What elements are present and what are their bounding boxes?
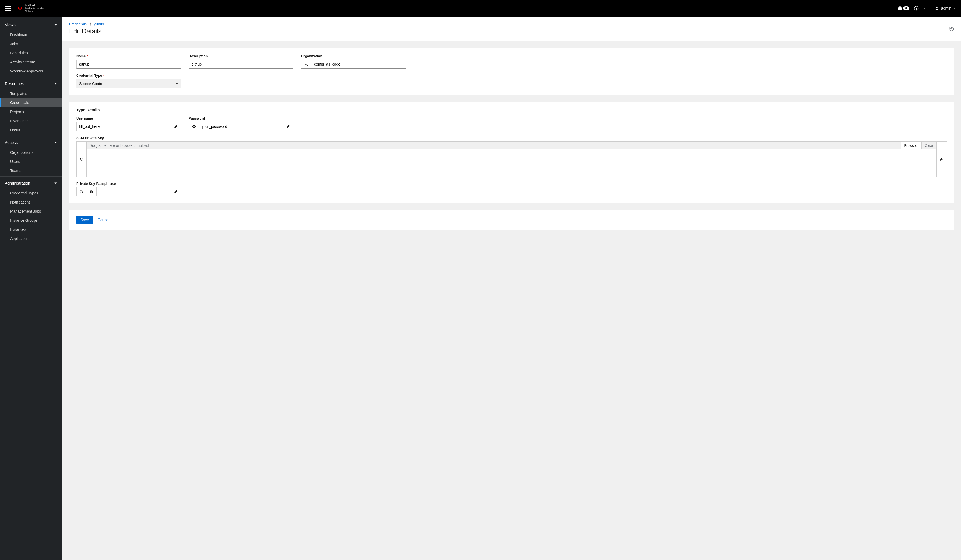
chevron-down-icon — [54, 181, 57, 185]
nav-users[interactable]: Users — [0, 157, 62, 166]
organization-lookup-button[interactable] — [301, 59, 311, 69]
nav-organizations[interactable]: Organizations — [0, 148, 62, 157]
eye-icon — [192, 124, 196, 128]
scm-key-lookup-button[interactable] — [937, 141, 947, 177]
nav-credential-types[interactable]: Credential Types — [0, 189, 62, 197]
nav-hosts[interactable]: Hosts — [0, 125, 62, 135]
nav-inventories[interactable]: Inventories — [0, 116, 62, 125]
form-card: Name* Description Organization — [69, 48, 954, 230]
passphrase-label: Private Key Passphrase — [76, 181, 181, 186]
history-button[interactable] — [949, 27, 954, 32]
save-button[interactable]: Save — [76, 215, 93, 224]
nav-jobs[interactable]: Jobs — [0, 39, 62, 48]
breadcrumb-root[interactable]: Credentials — [69, 22, 87, 26]
hamburger-menu-button[interactable] — [5, 5, 11, 11]
chevron-down-icon — [54, 141, 57, 144]
passphrase-hide-button[interactable] — [87, 187, 96, 196]
scm-key-textarea[interactable] — [87, 149, 937, 177]
product-line1: Ansible Automation — [25, 7, 45, 10]
chevron-right-icon: ❯ — [89, 22, 92, 26]
user-icon — [935, 6, 939, 10]
chevron-down-icon — [924, 7, 926, 10]
chevron-down-icon — [953, 7, 956, 10]
brand-name: Red Hat — [25, 4, 45, 7]
passphrase-key-button[interactable] — [171, 187, 181, 196]
user-menu[interactable]: admin — [935, 6, 956, 10]
svg-point-7 — [193, 126, 194, 127]
svg-line-6 — [307, 65, 308, 66]
redhat-icon — [17, 6, 23, 10]
nav-section-administration[interactable]: Administration — [0, 178, 62, 189]
credential-type-label: Credential Type* — [76, 74, 181, 77]
description-label: Description — [189, 54, 294, 58]
sidebar: Views Dashboard Jobs Schedules Activity … — [0, 16, 62, 560]
nav-teams[interactable]: Teams — [0, 166, 62, 175]
nav-section-resources[interactable]: Resources — [0, 78, 62, 89]
credential-type-select[interactable]: ▼ — [76, 79, 181, 88]
scm-key-dropzone[interactable]: Drag a file here or browse to upload — [87, 141, 902, 149]
passphrase-input[interactable] — [96, 187, 171, 196]
brand-logo[interactable]: Red Hat Ansible Automation Platform — [17, 4, 45, 13]
description-input[interactable] — [189, 59, 294, 69]
bell-icon — [898, 6, 902, 10]
history-icon — [949, 27, 954, 32]
help-dropdown[interactable] — [924, 7, 926, 10]
username-input[interactable] — [76, 122, 171, 131]
help-button[interactable] — [914, 6, 919, 11]
password-key-button[interactable] — [283, 122, 294, 131]
scm-key-label: SCM Private Key — [76, 136, 947, 140]
passphrase-revert-button[interactable] — [76, 187, 87, 196]
breadcrumb-leaf[interactable]: github — [95, 22, 104, 26]
nav-templates[interactable]: Templates — [0, 89, 62, 98]
breadcrumb: Credentials ❯ github — [69, 22, 954, 26]
notification-badge: 0 — [903, 6, 909, 10]
scm-key-revert-button[interactable] — [76, 141, 87, 177]
notifications-button[interactable]: 0 — [898, 6, 909, 10]
type-details-title: Type Details — [76, 108, 947, 112]
svg-point-5 — [305, 63, 307, 65]
key-icon — [174, 190, 178, 194]
page-header: Credentials ❯ github Edit Details — [62, 16, 961, 41]
key-icon — [174, 125, 178, 128]
nav-section-access[interactable]: Access — [0, 137, 62, 148]
nav-projects[interactable]: Projects — [0, 107, 62, 116]
nav-notifications[interactable]: Notifications — [0, 197, 62, 207]
nav-management-jobs[interactable]: Management Jobs — [0, 207, 62, 216]
username-key-button[interactable] — [171, 122, 181, 131]
page-title: Edit Details — [69, 27, 954, 35]
undo-icon — [80, 157, 84, 161]
help-icon — [914, 6, 919, 11]
nav-activity-stream[interactable]: Activity Stream — [0, 58, 62, 67]
username: admin — [941, 6, 951, 10]
name-input[interactable] — [76, 59, 181, 69]
scm-key-browse-button[interactable]: Browse... — [902, 141, 922, 149]
password-label: Password — [189, 116, 294, 120]
nav-section-label: Views — [5, 22, 16, 27]
search-icon — [304, 62, 308, 66]
nav-schedules[interactable]: Schedules — [0, 48, 62, 58]
nav-section-label: Access — [5, 140, 18, 145]
undo-icon — [79, 190, 83, 194]
main-content: Credentials ❯ github Edit Details Name* … — [62, 16, 961, 560]
nav-credentials[interactable]: Credentials — [0, 98, 62, 107]
chevron-down-icon — [54, 23, 57, 26]
password-show-button[interactable] — [189, 122, 199, 131]
name-label: Name* — [76, 54, 181, 58]
organization-label: Organization — [301, 54, 406, 58]
key-icon — [286, 125, 290, 128]
key-icon — [940, 157, 943, 161]
scm-key-clear-button[interactable]: Clear — [922, 141, 937, 149]
password-input[interactable] — [199, 122, 283, 131]
nav-applications[interactable]: Applications — [0, 234, 62, 243]
product-line2: Platform — [25, 10, 45, 13]
nav-instances[interactable]: Instances — [0, 225, 62, 234]
cancel-button[interactable]: Cancel — [98, 218, 109, 222]
nav-workflow-approvals[interactable]: Workflow Approvals — [0, 67, 62, 76]
organization-input[interactable] — [311, 59, 406, 69]
svg-point-4 — [936, 7, 937, 8]
nav-dashboard[interactable]: Dashboard — [0, 30, 62, 39]
nav-instance-groups[interactable]: Instance Groups — [0, 216, 62, 225]
nav-section-views[interactable]: Views — [0, 19, 62, 30]
chevron-down-icon — [54, 82, 57, 85]
nav-section-label: Resources — [5, 81, 24, 86]
